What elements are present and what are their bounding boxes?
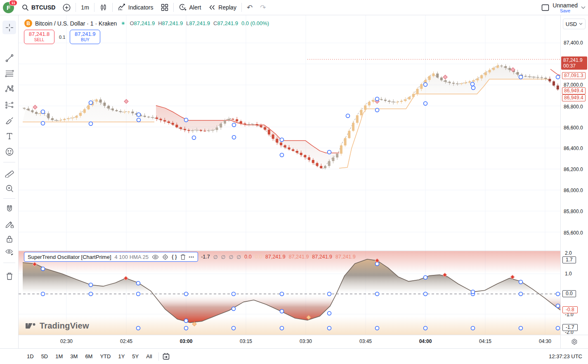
- change-value: 0.0 (0.00%): [241, 20, 269, 26]
- layout-panel-icon[interactable]: [541, 4, 549, 11]
- save-layout-button[interactable]: Unnamed Save: [553, 2, 578, 13]
- trend-line-tool-button[interactable]: [2, 51, 16, 65]
- candlestick-chart[interactable]: [0, 0, 588, 364]
- range-5Y[interactable]: 5Y: [129, 352, 142, 361]
- eye-brush-icon: [5, 247, 14, 257]
- indicator-value: 0.0: [244, 254, 251, 260]
- indicator-legend[interactable]: SuperTrend Oscillator [ChartPrime] 4 100…: [24, 252, 198, 262]
- xabcd-pattern-icon: [5, 84, 14, 94]
- undo-button[interactable]: ↶: [243, 2, 256, 13]
- remove-objects-button[interactable]: [2, 269, 16, 283]
- currency-selector[interactable]: USD: [563, 19, 586, 29]
- price-tick: 85,800.0: [564, 209, 583, 214]
- crosshair-tool-button[interactable]: [2, 21, 16, 34]
- symbol-name: BTCUSD: [31, 4, 55, 11]
- indicator-hide-button[interactable]: [152, 254, 159, 260]
- current-price: 87,241.9: [563, 57, 585, 63]
- ohlc-values: O87,241.9 H87,241.9 L87,241.9 C87,241.9 …: [130, 20, 269, 26]
- range-1D[interactable]: 1D: [24, 352, 37, 361]
- magnet-tool-button[interactable]: [2, 202, 16, 216]
- forecast-icon: [5, 100, 14, 110]
- magnet-icon: [5, 204, 14, 214]
- user-avatar[interactable]: F 11: [3, 2, 14, 13]
- stay-in-drawing-mode-button[interactable]: [2, 217, 16, 231]
- chart-style-button[interactable]: [96, 2, 111, 13]
- price-tick: 86,400.0: [564, 146, 583, 151]
- indicators-button[interactable]: Indicators: [114, 2, 157, 13]
- redo-button[interactable]: ↷: [256, 2, 269, 13]
- replay-button[interactable]: Replay: [205, 2, 240, 13]
- trash-icon: [180, 254, 186, 260]
- sell-price: 87,241.8: [24, 31, 54, 38]
- alert-button[interactable]: Alert: [175, 2, 205, 13]
- tradingview-watermark: TradingView: [26, 321, 89, 331]
- indicator-settings-button[interactable]: [162, 254, 168, 260]
- indicator-templates-button[interactable]: [157, 2, 172, 13]
- session-clock[interactable]: 12:37:23 UTC: [549, 353, 582, 359]
- forecast-tool-button[interactable]: [2, 98, 16, 112]
- compare-add-symbol-button[interactable]: [59, 2, 74, 13]
- tradingview-app: F 11 BTCUSD 1m: [0, 0, 588, 364]
- range-5D[interactable]: 5D: [38, 352, 51, 361]
- indicator-source-button[interactable]: { }: [172, 254, 177, 260]
- interval-button[interactable]: 1m: [77, 2, 92, 13]
- price-axis[interactable]: USD 87,241.9 00:37 87,400.087,000.086,80…: [560, 15, 588, 335]
- indicator-legend-row: SuperTrend Oscillator [ChartPrime] 4 100…: [24, 252, 356, 262]
- fib-retracement-icon: [5, 68, 14, 78]
- symbol-legend[interactable]: B Bitcoin / U.S. Dollar · 1 · Kraken O87…: [24, 19, 269, 27]
- brush-tool-button[interactable]: [2, 114, 16, 127]
- buy-label: BUY: [70, 38, 100, 42]
- hide-all-drawings-button[interactable]: [2, 245, 16, 259]
- eye-icon: [152, 254, 159, 260]
- range-YTD[interactable]: YTD: [97, 352, 113, 361]
- indicator-value: ∅: [213, 254, 218, 260]
- alert-label: Alert: [189, 4, 201, 11]
- lock-all-drawings-button[interactable]: [2, 232, 16, 246]
- time-tick: 02:30: [60, 338, 73, 344]
- fib-retracement-tool-button[interactable]: [2, 66, 16, 80]
- indicator-delete-button[interactable]: [180, 254, 186, 260]
- indicator-value: 87,241.9: [265, 254, 286, 260]
- indicator-value: 87,241.9: [335, 254, 356, 260]
- time-axis[interactable]: 02:3002:4503:0003:1503:3003:4504:0004:15…: [19, 335, 560, 348]
- range-All[interactable]: All: [143, 352, 155, 361]
- range-6M[interactable]: 6M: [82, 352, 95, 361]
- go-to-date-button[interactable]: [162, 352, 170, 360]
- alert-clock-icon: [179, 3, 187, 12]
- measure-tool-button[interactable]: [2, 166, 16, 179]
- price-tick: 86,600.0: [564, 125, 583, 131]
- symbol-search-button[interactable]: BTCUSD: [18, 2, 59, 13]
- osc-boxed-tick: 0.0: [562, 290, 576, 297]
- osc-boxed-tick: -1.7: [562, 324, 578, 331]
- indicator-params: 4 100 HMA 25: [115, 254, 149, 260]
- emoji-tool-button[interactable]: [2, 145, 16, 158]
- bottom-toolbar: 1D5D1M3M6MYTD1Y5YAll 12:37:23 UTC: [0, 348, 588, 364]
- text-tool-button[interactable]: [2, 129, 16, 143]
- date-range-switcher: 1D5D1M3M6MYTD1Y5YAll: [24, 352, 155, 361]
- market-status-icon[interactable]: [121, 21, 125, 25]
- spread-value: 0.1: [59, 35, 65, 40]
- emoji-icon: [5, 147, 14, 157]
- indicator-value: ∅: [229, 254, 233, 260]
- price-tick: 86,200.0: [564, 167, 583, 172]
- indicators-label: Indicators: [128, 4, 153, 11]
- trade-panel: 87,241.8 SELL 0.1 87,241.9 BUY: [24, 30, 100, 44]
- indicators-icon: [118, 3, 126, 12]
- current-price-badge: 87,241.9 00:37: [561, 56, 587, 70]
- sell-button[interactable]: 87,241.8 SELL: [24, 30, 54, 44]
- axis-settings-corner[interactable]: [560, 335, 588, 348]
- range-1Y[interactable]: 1Y: [115, 352, 128, 361]
- time-tick: 04:00: [419, 338, 432, 344]
- buy-button[interactable]: 87,241.9 BUY: [70, 30, 100, 44]
- indicator-more-button[interactable]: •••: [189, 255, 195, 259]
- pattern-tool-button[interactable]: [2, 82, 16, 96]
- layout-name: Unnamed: [553, 2, 578, 8]
- ruler-icon: [5, 168, 14, 178]
- range-3M[interactable]: 3M: [67, 352, 80, 361]
- chevron-down-icon[interactable]: [581, 6, 586, 9]
- zoom-in-tool-button[interactable]: [2, 181, 16, 195]
- bar-countdown: 00:37: [563, 63, 585, 69]
- indicator-value: 87,241.9: [289, 254, 309, 260]
- symbol-title: Bitcoin / U.S. Dollar · 1 · Kraken: [35, 20, 117, 27]
- range-1M[interactable]: 1M: [52, 352, 66, 361]
